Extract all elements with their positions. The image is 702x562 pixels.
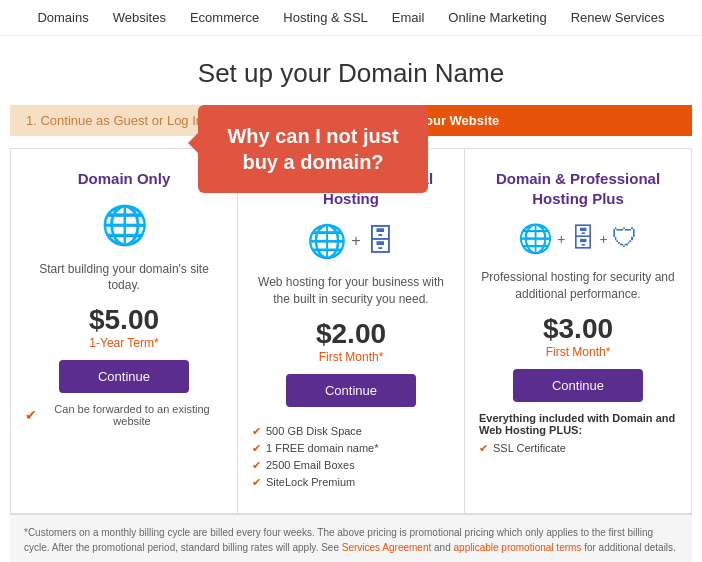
footer-and: and bbox=[431, 542, 453, 553]
plus-icon-2b: + bbox=[600, 231, 608, 247]
plus-icon-1: + bbox=[351, 232, 360, 250]
plan-title-2: Domain & Professional Hosting Plus bbox=[479, 169, 677, 208]
footer-note: *Customers on a monthly billing cycle ar… bbox=[10, 514, 692, 562]
main-nav: Domains Websites Ecommerce Hosting & SSL… bbox=[0, 0, 702, 36]
feature-item: ✔SiteLock Premium bbox=[252, 476, 450, 489]
feature-item: ✔500 GB Disk Space bbox=[252, 425, 450, 438]
plan-desc-2: Professional hosting for security and ad… bbox=[479, 269, 677, 303]
feature-item: ✔2500 Email Boxes bbox=[252, 459, 450, 472]
plan-features-2: ✔SSL Certificate bbox=[479, 442, 677, 455]
feat-check: ✔ bbox=[252, 442, 261, 455]
check-icon-0: ✔ bbox=[25, 407, 37, 423]
feat-check-ssl: ✔ bbox=[479, 442, 488, 455]
tooltip-popup: Why can I not just buy a domain? bbox=[198, 105, 428, 193]
continue-btn-1[interactable]: Continue bbox=[286, 374, 416, 407]
continue-btn-2[interactable]: Continue bbox=[513, 369, 643, 402]
footer-link-promo[interactable]: applicable promotional terms bbox=[454, 542, 582, 553]
nav-marketing[interactable]: Online Marketing bbox=[448, 10, 546, 25]
plan-icons-0: 🌐 bbox=[25, 203, 223, 247]
feat-check: ✔ bbox=[252, 476, 261, 489]
globe-icon: 🌐 bbox=[101, 203, 148, 247]
nav-ecommerce[interactable]: Ecommerce bbox=[190, 10, 259, 25]
tooltip-text: Why can I not just buy a domain? bbox=[220, 123, 406, 175]
nav-renew[interactable]: Renew Services bbox=[571, 10, 665, 25]
continue-btn-0[interactable]: Continue bbox=[59, 360, 189, 393]
plan-icons-1: 🌐 + 🗄 bbox=[252, 222, 450, 260]
plan-desc-0: Start building your domain's site today. bbox=[25, 261, 223, 295]
nav-email[interactable]: Email bbox=[392, 10, 425, 25]
plan-features-1: ✔500 GB Disk Space ✔1 FREE domain name* … bbox=[252, 425, 450, 489]
nav-domains[interactable]: Domains bbox=[37, 10, 88, 25]
plan-term-1: First Month* bbox=[252, 350, 450, 364]
feature-item-ssl: ✔SSL Certificate bbox=[479, 442, 677, 455]
server-icon-2: 🗄 bbox=[570, 223, 596, 254]
nav-websites[interactable]: Websites bbox=[113, 10, 166, 25]
plan-term-2: First Month* bbox=[479, 345, 677, 359]
footer-link-services[interactable]: Services Agreement bbox=[342, 542, 432, 553]
server-icon-1: 🗄 bbox=[365, 224, 395, 258]
plan-note-0: ✔ Can be forwarded to an existing websit… bbox=[25, 403, 223, 427]
plan-price-2: $3.00 bbox=[479, 313, 677, 345]
globe-icon-1: 🌐 bbox=[307, 222, 347, 260]
plus-icon-2: + bbox=[557, 231, 565, 247]
plan-title-0: Domain Only bbox=[25, 169, 223, 189]
feat-check: ✔ bbox=[252, 459, 261, 472]
plan-domain-only: Domain Only 🌐 Start building your domain… bbox=[11, 149, 238, 513]
nav-hosting[interactable]: Hosting & SSL bbox=[283, 10, 368, 25]
shield-icon-2: 🛡 bbox=[612, 223, 638, 254]
plan-desc-1: Web hosting for your business with the b… bbox=[252, 274, 450, 308]
plan-price-1: $2.00 bbox=[252, 318, 450, 350]
feature-item: ✔1 FREE domain name* bbox=[252, 442, 450, 455]
steps-wrapper: 1. Continue as Guest or Log In 2. Build … bbox=[10, 105, 692, 136]
plan-icons-2: 🌐 + 🗄 + 🛡 bbox=[479, 222, 677, 255]
page-title: Set up your Domain Name bbox=[0, 36, 702, 105]
globe-icon-2: 🌐 bbox=[518, 222, 553, 255]
feat-check: ✔ bbox=[252, 425, 261, 438]
plans-container: Domain Only 🌐 Start building your domain… bbox=[10, 148, 692, 514]
plan-domain-hosting-plus: Domain & Professional Hosting Plus 🌐 + 🗄… bbox=[465, 149, 691, 513]
footer-end: for additional details. bbox=[581, 542, 676, 553]
plan-features-heading-2: Everything included with Domain and Web … bbox=[479, 412, 677, 436]
plan-domain-hosting: Domain & Professional Hosting 🌐 + 🗄 Web … bbox=[238, 149, 465, 513]
plan-term-0: 1-Year Term* bbox=[25, 336, 223, 350]
plan-price-0: $5.00 bbox=[25, 304, 223, 336]
